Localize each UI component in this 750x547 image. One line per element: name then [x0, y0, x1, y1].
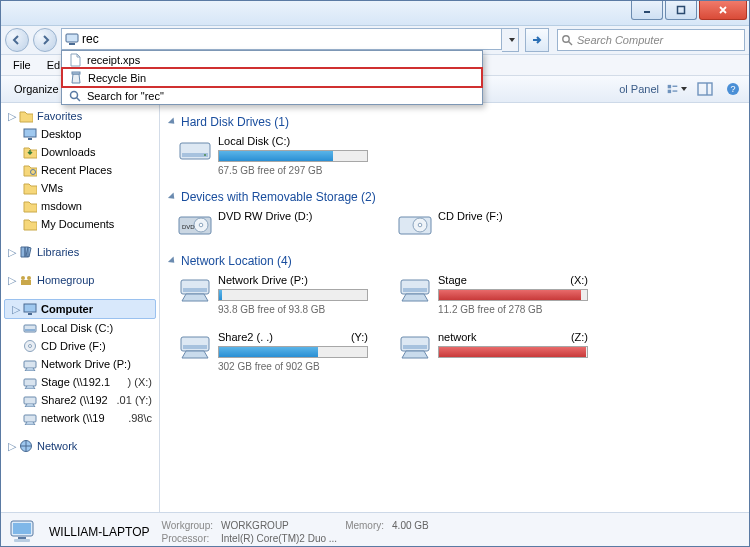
drive-name: Stage(X:): [438, 274, 588, 286]
go-refresh-button[interactable]: [525, 28, 549, 52]
capacity-bar: [438, 289, 588, 301]
nav-item[interactable]: VMs: [1, 179, 159, 197]
maximize-button[interactable]: [665, 1, 697, 20]
nav-section-favorites[interactable]: ▷Favorites: [1, 107, 159, 125]
net-icon: [23, 411, 37, 425]
nav-section-homegroup[interactable]: ▷Homegroup: [1, 271, 159, 289]
nav-item-label: Network Drive (P:): [41, 358, 131, 370]
nav-item-label: Desktop: [41, 128, 81, 140]
forward-button[interactable]: [33, 28, 57, 52]
free-space-label: 302 GB free of 902 GB: [218, 361, 368, 372]
computer-icon: [23, 302, 37, 316]
group-items: DVDDVD RW Drive (D:)CD Drive (F:): [178, 210, 739, 240]
download-icon: [23, 145, 37, 159]
search-box[interactable]: Search Computer: [557, 29, 745, 51]
bin-icon: [69, 71, 83, 85]
help-button[interactable]: ?: [723, 79, 743, 99]
drive-item[interactable]: Network Drive (P:)93.8 GB free of 93.8 G…: [178, 274, 368, 315]
nav-pane: ▷FavoritesDesktopDownloadsRecent PlacesV…: [1, 103, 160, 512]
nav-item[interactable]: Share2 (\\192.01 (Y:): [1, 391, 159, 409]
status-properties: Workgroup:WORKGROUPMemory:4.00 GBProcess…: [159, 518, 436, 546]
expand-icon: ▷: [7, 246, 17, 259]
suggestion-label: receipt.xps: [87, 54, 140, 66]
svg-point-43: [418, 223, 422, 227]
svg-rect-22: [21, 280, 31, 285]
drive-item[interactable]: Local Disk (C:)67.5 GB free of 297 GB: [178, 135, 368, 176]
address-input[interactable]: [82, 32, 498, 46]
group-header[interactable]: Network Location (4): [170, 254, 739, 268]
svg-rect-47: [403, 288, 427, 292]
address-bar[interactable]: [61, 28, 502, 50]
net-icon: [178, 274, 212, 304]
nav-item-label: msdown: [41, 200, 82, 212]
nav-section-libraries[interactable]: ▷Libraries: [1, 243, 159, 261]
nav-row: receipt.xpsRecycle BinSearch for "rec" S…: [1, 26, 749, 55]
svg-rect-45: [183, 288, 207, 292]
svg-rect-29: [24, 361, 36, 368]
svg-rect-54: [18, 537, 26, 539]
close-button[interactable]: [699, 1, 747, 20]
address-suggestions: receipt.xpsRecycle BinSearch for "rec": [61, 50, 483, 105]
expand-icon: ▷: [11, 303, 21, 316]
drive-item[interactable]: DVDDVD RW Drive (D:): [178, 210, 368, 240]
address-suggestion[interactable]: Recycle Bin: [61, 67, 483, 88]
expand-icon: ▷: [7, 274, 17, 287]
svg-rect-51: [403, 345, 427, 349]
address-suggestion[interactable]: Search for "rec": [62, 87, 482, 104]
toolbar-text-fragment[interactable]: ol Panel: [619, 83, 659, 95]
search-icon: [68, 89, 82, 103]
nav-item[interactable]: Desktop: [1, 125, 159, 143]
status-key: Memory:: [345, 520, 390, 531]
expand-icon: ▷: [7, 440, 17, 453]
explorer-window: receipt.xpsRecycle BinSearch for "rec" S…: [0, 0, 750, 547]
status-value: 4.00 GB: [392, 520, 435, 531]
menu-file[interactable]: File: [5, 57, 39, 73]
group-header[interactable]: Hard Disk Drives (1): [170, 115, 739, 129]
drive-name: CD Drive (F:): [438, 210, 588, 222]
preview-pane-button[interactable]: [695, 79, 715, 99]
drive-item[interactable]: network(Z:): [398, 331, 588, 372]
nav-item-tail: .01 (Y:): [117, 394, 155, 406]
net-icon: [23, 393, 37, 407]
nav-item[interactable]: Stage (\\192.1) (X:): [1, 373, 159, 391]
view-options-button[interactable]: [667, 79, 687, 99]
computer-icon: [65, 32, 79, 46]
status-key: Processor:: [161, 533, 219, 544]
group-header[interactable]: Devices with Removable Storage (2): [170, 190, 739, 204]
address-dropdown-button[interactable]: [502, 28, 519, 52]
nav-item[interactable]: My Documents: [1, 215, 159, 233]
expand-icon: ▷: [7, 110, 17, 123]
recent-icon: [23, 163, 37, 177]
group-items: Local Disk (C:)67.5 GB free of 297 GB: [178, 135, 739, 176]
nav-section-network[interactable]: ▷Network: [1, 437, 159, 455]
drive-name: network(Z:): [438, 331, 588, 343]
capacity-bar: [218, 346, 368, 358]
svg-rect-17: [24, 129, 36, 137]
drive-item[interactable]: CD Drive (F:): [398, 210, 588, 240]
address-suggestion[interactable]: receipt.xps: [62, 51, 482, 68]
drive-item[interactable]: Stage(X:)11.2 GB free of 278 GB: [398, 274, 588, 315]
nav-item-tail: ) (X:): [128, 376, 155, 388]
drive-name: Local Disk (C:): [218, 135, 368, 147]
nav-item[interactable]: Recent Places: [1, 161, 159, 179]
free-space-label: 11.2 GB free of 278 GB: [438, 304, 588, 315]
nav-item[interactable]: Local Disk (C:): [1, 319, 159, 337]
nav-item-label: Share2 (\\192: [41, 394, 108, 406]
details-pane: WILLIAM-LAPTOP Workgroup:WORKGROUPMemory…: [1, 512, 749, 547]
nav-item[interactable]: Downloads: [1, 143, 159, 161]
nav-item-label: network (\\19: [41, 412, 105, 424]
nav-item[interactable]: Network Drive (P:): [1, 355, 159, 373]
nav-item[interactable]: network (\\19.98\c: [1, 409, 159, 427]
svg-line-8: [569, 42, 573, 46]
net-icon: [23, 375, 37, 389]
nav-item[interactable]: CD Drive (F:): [1, 337, 159, 355]
nav-item[interactable]: msdown: [1, 197, 159, 215]
svg-point-20: [21, 276, 25, 280]
folder-icon: [23, 217, 37, 231]
back-button[interactable]: [5, 28, 29, 52]
capacity-bar: [218, 150, 368, 162]
drive-item[interactable]: Share2 (. .)(Y:)302 GB free of 902 GB: [178, 331, 368, 372]
nav-section-computer[interactable]: ▷Computer: [4, 299, 156, 319]
minimize-button[interactable]: [631, 1, 663, 20]
chevron-down-icon: [681, 87, 687, 91]
